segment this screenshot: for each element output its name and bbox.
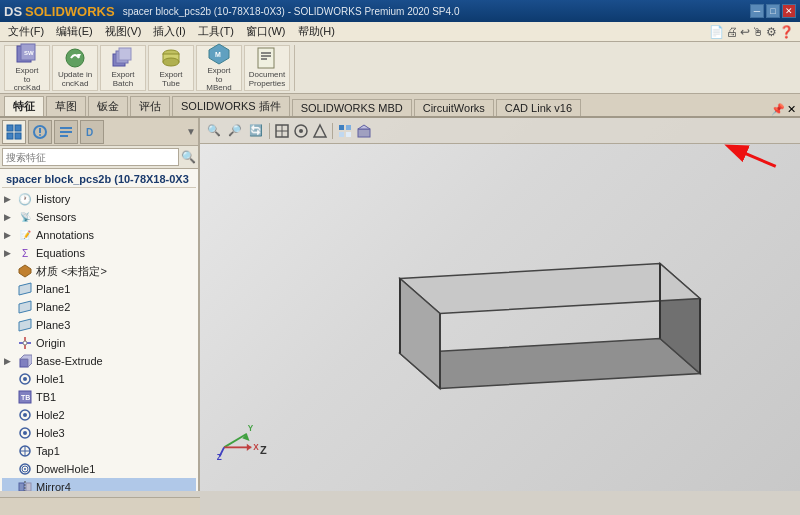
expand-equations[interactable]: ▶ <box>4 248 14 258</box>
maximize-button[interactable]: □ <box>766 4 780 18</box>
expand-material[interactable]: ▶ <box>4 266 14 276</box>
tree-item-equations[interactable]: ▶ Σ Equations <box>2 244 196 262</box>
close-button[interactable]: ✕ <box>782 4 796 18</box>
toolbar-icon-4[interactable]: 🖱 <box>752 25 764 39</box>
svg-point-3 <box>66 49 84 67</box>
expand-plane2[interactable]: ▶ <box>4 302 14 312</box>
search-input[interactable] <box>2 148 179 166</box>
toolbar-icon-2[interactable]: 🖨 <box>726 25 738 39</box>
tab-bar-close[interactable]: ✕ <box>787 103 796 116</box>
tree-item-annotations[interactable]: ▶ 📝 Annotations <box>2 226 196 244</box>
origin-label: Origin <box>36 337 65 349</box>
tree-item-sensors[interactable]: ▶ 📡 Sensors <box>2 208 196 226</box>
expand-history[interactable]: ▶ <box>4 194 14 204</box>
tab-sheet-metal[interactable]: 钣金 <box>88 96 128 116</box>
title-bar: DS SOLIDWORKS spacer block_pcs2b (10-78X… <box>0 0 800 22</box>
tb1-label: TB1 <box>36 391 56 403</box>
expand-plane3[interactable]: ▶ <box>4 320 14 330</box>
tree-item-plane2[interactable]: ▶ Plane2 <box>2 298 196 316</box>
document-properties-button[interactable]: DocumentProperties <box>244 45 290 91</box>
menu-help[interactable]: 帮助(H) <box>292 22 341 41</box>
expand-annotations[interactable]: ▶ <box>4 230 14 240</box>
display-style-icon[interactable] <box>337 123 353 139</box>
view-icon-3[interactable] <box>312 123 328 139</box>
tab-sw-mbd[interactable]: SOLIDWORKS MBD <box>292 99 412 116</box>
svg-text:D: D <box>86 127 93 138</box>
panel-tab-feature-manager[interactable] <box>2 120 26 144</box>
section-view-icon[interactable] <box>356 123 372 139</box>
logo-solidworks: SOLIDWORKS <box>25 4 115 19</box>
svg-line-68 <box>224 434 247 448</box>
view-zoom-button[interactable]: 🔎 <box>225 123 245 138</box>
left-panel: D ▼ 🔍 spacer block_pcs2b (10-78X18-0X3 ▶… <box>0 118 200 491</box>
tree-item-dowelhole1[interactable]: ▶ DowelHole1 <box>2 460 196 478</box>
tab-sketch[interactable]: 草图 <box>46 96 86 116</box>
tree-item-origin[interactable]: ▶ Origin <box>2 334 196 352</box>
z-axis-label: Z <box>260 444 267 456</box>
tab-sw-plugins[interactable]: SOLIDWORKS 插件 <box>172 96 290 116</box>
menu-insert[interactable]: 插入(I) <box>147 22 191 41</box>
panel-tab-property-manager[interactable] <box>28 120 52 144</box>
svg-rect-61 <box>346 125 351 130</box>
tree-item-tap1[interactable]: ▶ Tap1 <box>2 442 196 460</box>
tree-item-history[interactable]: ▶ 🕐 History <box>2 190 196 208</box>
tree-item-hole1[interactable]: ▶ Hole1 <box>2 370 196 388</box>
menu-window[interactable]: 窗口(W) <box>240 22 292 41</box>
menu-file[interactable]: 文件(F) <box>2 22 50 41</box>
panel-icon-tabs: D ▼ <box>0 118 198 146</box>
export-cnckad-button[interactable]: SW ExporttocncKad <box>4 45 50 91</box>
view-orientation-button[interactable]: 🔍 <box>204 123 224 138</box>
panel-tab-config-manager[interactable] <box>54 120 78 144</box>
expand-dowelhole1[interactable]: ▶ <box>4 464 14 474</box>
expand-plane1[interactable]: ▶ <box>4 284 14 294</box>
hole3-label: Hole3 <box>36 427 65 439</box>
update-cnckad-button[interactable]: Update incncKad <box>52 45 98 91</box>
tab-bar-pin[interactable]: 📌 <box>771 103 785 116</box>
tree-item-tb1[interactable]: ▶ TB TB1 <box>2 388 196 406</box>
viewport[interactable]: 🔍 🔎 🔄 <box>200 118 800 491</box>
view-rotate-button[interactable]: 🔄 <box>246 123 266 138</box>
search-icon[interactable]: 🔍 <box>181 150 196 164</box>
tree-item-hole3[interactable]: ▶ Hole3 <box>2 424 196 442</box>
tab-features[interactable]: 特征 <box>4 96 44 116</box>
tree-item-hole2[interactable]: ▶ Hole2 <box>2 406 196 424</box>
main-toolbar: SW ExporttocncKad Update incncKad <box>0 42 800 94</box>
expand-base-extrude[interactable]: ▶ <box>4 356 14 366</box>
tree-item-mirror4[interactable]: ▶ Mirror4 <box>2 478 196 491</box>
view-icon-1[interactable] <box>274 123 290 139</box>
expand-hole3[interactable]: ▶ <box>4 428 14 438</box>
expand-hole1[interactable]: ▶ <box>4 374 14 384</box>
window-controls[interactable]: ─ □ ✕ <box>750 4 796 18</box>
toolbar-icon-1[interactable]: 📄 <box>709 25 724 39</box>
expand-sensors[interactable]: ▶ <box>4 212 14 222</box>
minimize-button[interactable]: ─ <box>750 4 764 18</box>
expand-tb1[interactable]: ▶ <box>4 392 14 402</box>
tab-cad-link[interactable]: CAD Link v16 <box>496 99 581 116</box>
toolbar-icon-3[interactable]: ↩ <box>740 25 750 39</box>
expand-hole2[interactable]: ▶ <box>4 410 14 420</box>
panel-tab-dim-xpert[interactable]: D <box>80 120 104 144</box>
export-batch-label: ExportBatch <box>111 71 134 89</box>
toolbar-icon-5[interactable]: ⚙ <box>766 25 777 39</box>
tab-circuitworks[interactable]: CircuitWorks <box>414 99 494 116</box>
view-icon-2[interactable] <box>293 123 309 139</box>
export-tube-label: ExportTube <box>159 71 182 89</box>
export-tube-button[interactable]: ExportTube <box>148 45 194 91</box>
export-batch-button[interactable]: ExportBatch <box>100 45 146 91</box>
svg-text:SW: SW <box>24 50 34 56</box>
tree-item-material[interactable]: ▶ 材质 <未指定> <box>2 262 196 280</box>
tree-item-plane1[interactable]: ▶ Plane1 <box>2 280 196 298</box>
menu-view[interactable]: 视图(V) <box>99 22 148 41</box>
menu-tools[interactable]: 工具(T) <box>192 22 240 41</box>
viewport-toolbar: 🔍 🔎 🔄 <box>200 118 800 144</box>
tree-item-plane3[interactable]: ▶ Plane3 <box>2 316 196 334</box>
panel-filter-icon[interactable]: ▼ <box>186 126 196 137</box>
tab-evaluate[interactable]: 评估 <box>130 96 170 116</box>
tree-item-base-extrude[interactable]: ▶ Base-Extrude <box>2 352 196 370</box>
expand-mirror4[interactable]: ▶ <box>4 482 14 491</box>
toolbar-icon-6[interactable]: ❓ <box>779 25 794 39</box>
menu-edit[interactable]: 编辑(E) <box>50 22 99 41</box>
export-mbend-button[interactable]: M ExporttoMBend <box>196 45 242 91</box>
expand-origin[interactable]: ▶ <box>4 338 14 348</box>
expand-tap1[interactable]: ▶ <box>4 446 14 456</box>
